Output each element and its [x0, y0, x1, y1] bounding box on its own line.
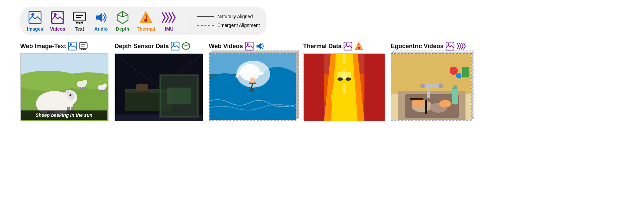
legend-item-depth: Depth — [115, 10, 130, 32]
text-label: Text — [75, 26, 84, 32]
section-label-videos: Web Videos — [209, 43, 243, 50]
svg-rect-40 — [85, 87, 86, 90]
svg-rect-94 — [304, 54, 324, 121]
audio-icon — [94, 10, 108, 25]
section-title-depth: Depth Sensor Data — [115, 42, 190, 51]
svg-marker-14 — [96, 13, 102, 22]
svg-point-85 — [346, 43, 347, 45]
section-image-icon-thermal — [344, 42, 352, 51]
data-sections: Web Image-Text — [20, 42, 624, 127]
svg-rect-68 — [136, 84, 148, 91]
section-depth-icon — [182, 42, 190, 51]
svg-rect-71 — [167, 88, 191, 104]
svg-point-128 — [456, 73, 461, 78]
svg-point-30 — [85, 49, 86, 50]
svg-rect-4 — [52, 11, 53, 14]
section-web-image-text: Web Image-Text — [20, 42, 108, 121]
legend-item-audio: Audio — [94, 10, 108, 32]
section-title-thermal: Thermal Data — [303, 42, 363, 51]
svg-point-73 — [247, 43, 249, 45]
svg-point-80 — [250, 77, 255, 83]
image-container-depth — [115, 53, 202, 121]
legend-item-text: Text — [72, 10, 87, 32]
svg-rect-7 — [62, 21, 64, 24]
section-depth-sensor: Depth Sensor Data — [115, 42, 202, 121]
legend-bar: Images Videos — [20, 7, 266, 35]
svg-rect-129 — [462, 67, 469, 77]
svg-rect-105 — [343, 54, 346, 64]
svg-point-104 — [351, 90, 355, 94]
imu-icon — [162, 10, 176, 25]
svg-rect-22 — [145, 15, 146, 19]
section-title-videos: Web Videos — [209, 42, 264, 51]
section-label-egocentric: Egocentric Videos — [391, 43, 444, 50]
imu-label: IMU — [165, 26, 174, 32]
svg-rect-107 — [343, 84, 346, 94]
svg-rect-44 — [102, 90, 103, 92]
svg-rect-120 — [452, 88, 458, 104]
main-container: Images Videos — [0, 0, 644, 198]
svg-rect-43 — [100, 90, 101, 92]
svg-point-56 — [173, 43, 174, 45]
svg-rect-39 — [84, 87, 85, 90]
svg-rect-124 — [410, 98, 423, 100]
legend-item-videos: Videos — [50, 10, 65, 32]
legend-item-images: Images — [27, 10, 43, 32]
section-imu-icon-ego — [456, 42, 466, 51]
surfer-image — [210, 54, 296, 121]
legend-divider — [185, 11, 185, 31]
legend-lines: Naturally Aligned Emergent Alignment — [197, 14, 260, 28]
section-thermal-icon — [354, 42, 363, 51]
svg-rect-38 — [82, 87, 83, 90]
svg-point-29 — [83, 49, 84, 50]
svg-rect-45 — [104, 90, 105, 92]
svg-rect-106 — [343, 69, 346, 79]
section-label-thermal: Thermal Data — [303, 43, 342, 50]
svg-rect-6 — [52, 21, 53, 24]
naturally-aligned-line: Naturally Aligned — [197, 14, 260, 19]
svg-rect-121 — [453, 86, 457, 89]
svg-point-78 — [240, 64, 260, 81]
svg-line-17 — [117, 15, 123, 17]
videos-icon — [50, 10, 65, 25]
svg-rect-114 — [427, 86, 430, 98]
svg-point-42 — [103, 84, 107, 88]
legend-item-imu: IMU — [162, 10, 176, 32]
svg-rect-125 — [425, 100, 427, 114]
svg-point-109 — [448, 43, 449, 45]
section-egocentric: Egocentric Videos — [391, 42, 472, 127]
thermal-icon — [138, 10, 153, 25]
svg-point-11 — [76, 22, 78, 24]
section-image-icon-depth — [171, 42, 180, 51]
audio-label: Audio — [94, 26, 108, 32]
svg-point-12 — [78, 22, 80, 24]
section-image-icon-web — [68, 42, 77, 51]
svg-rect-8 — [73, 12, 86, 21]
ego-stacked-container — [391, 53, 472, 127]
emergent-alignment-label: Emergent Alignment — [217, 23, 260, 28]
svg-point-24 — [70, 43, 72, 45]
svg-point-99 — [331, 93, 337, 102]
ego-stack-front — [391, 53, 472, 121]
emergent-alignment-line: Emergent Alignment — [197, 23, 260, 28]
sheep-caption: Sheep basking in the sun — [21, 110, 107, 120]
svg-rect-37 — [80, 87, 81, 90]
svg-point-100 — [332, 89, 336, 94]
egocentric-image — [391, 54, 472, 121]
section-web-videos: Web Videos — [209, 42, 296, 127]
svg-line-59 — [183, 44, 186, 46]
section-title-web-image-text: Web Image-Text — [20, 42, 88, 51]
section-image-icon-ego — [446, 42, 454, 51]
svg-point-13 — [81, 22, 83, 24]
svg-rect-5 — [62, 11, 64, 14]
svg-point-127 — [450, 67, 458, 75]
naturally-aligned-label: Naturally Aligned — [217, 14, 253, 19]
svg-line-18 — [123, 15, 128, 17]
thermal-label: Thermal — [137, 26, 155, 32]
dashed-line-icon — [197, 25, 214, 26]
text-chat-icon — [72, 10, 87, 25]
section-thermal: Thermal Data — [303, 42, 384, 121]
section-text-icon-web — [79, 42, 88, 51]
videos-label: Videos — [50, 26, 65, 32]
images-icon — [28, 10, 42, 25]
